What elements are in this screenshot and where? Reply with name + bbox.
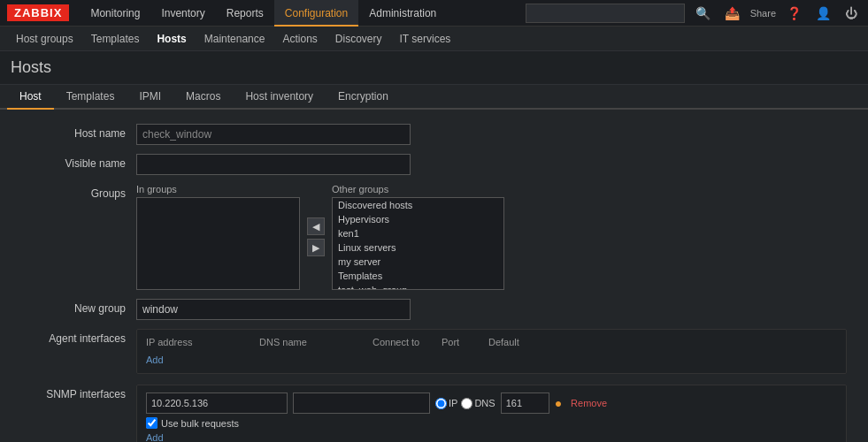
- snmp-bulk-text: Use bulk requests: [161, 418, 239, 429]
- groups-field: In groups ◀ ▶ Other groups Discovered ho…: [136, 184, 847, 290]
- share-icon[interactable]: 📤: [721, 6, 743, 20]
- tab-macros[interactable]: Macros: [173, 85, 233, 110]
- share-label[interactable]: Share: [750, 8, 776, 19]
- snmp-port-input[interactable]: [501, 392, 549, 414]
- nav-it-services[interactable]: IT services: [391, 27, 460, 51]
- page-title-bar: Hosts: [0, 51, 868, 85]
- top-navigation: ZABBIX Monitoring Inventory Reports Conf…: [0, 0, 868, 27]
- list-item[interactable]: Discovered hosts: [333, 198, 503, 212]
- tab-ipmi[interactable]: IPMI: [127, 85, 173, 110]
- in-groups-section: In groups: [136, 184, 300, 290]
- groups-label: Groups: [21, 184, 136, 200]
- nav-actions[interactable]: Actions: [273, 27, 326, 51]
- visible-name-row: Visible name: [21, 154, 847, 175]
- col-ip-header: IP address: [146, 337, 252, 347]
- tab-templates[interactable]: Templates: [54, 85, 127, 110]
- nav-administration[interactable]: Administration: [358, 0, 447, 27]
- list-item[interactable]: Templates: [333, 269, 503, 283]
- top-nav-items: Monitoring Inventory Reports Configurati…: [80, 0, 525, 27]
- snmp-bulk-label[interactable]: Use bulk requests: [146, 417, 239, 429]
- list-item[interactable]: my server: [333, 255, 503, 269]
- nav-hosts[interactable]: Hosts: [148, 27, 195, 51]
- move-left-button[interactable]: ◀: [307, 217, 325, 235]
- list-item[interactable]: test_web_group: [333, 283, 503, 290]
- snmp-iface-row: IP DNS ● Remove: [146, 392, 837, 414]
- snmp-dns-input[interactable]: [293, 392, 430, 414]
- content-area: Host name Visible name Groups In groups …: [0, 110, 868, 442]
- snmp-interfaces-row: SNMP interfaces IP DNS: [21, 385, 847, 442]
- search-input[interactable]: [526, 4, 685, 23]
- snmp-add-link[interactable]: Add: [146, 432, 164, 442]
- visible-name-label: Visible name: [21, 154, 136, 170]
- groups-arrows: ◀ ▶: [307, 217, 325, 256]
- snmp-default-dot[interactable]: ●: [555, 396, 562, 410]
- snmp-interfaces-label: SNMP interfaces: [21, 385, 136, 400]
- nav-maintenance[interactable]: Maintenance: [196, 27, 274, 51]
- snmp-bulk-row: Use bulk requests: [146, 417, 837, 429]
- top-nav-right: 🔍 📤 Share ❓ 👤 ⏻: [526, 4, 861, 23]
- nav-monitoring[interactable]: Monitoring: [80, 0, 150, 27]
- agent-add-link[interactable]: Add: [146, 354, 164, 365]
- in-groups-label: In groups: [136, 184, 300, 194]
- snmp-dns-radio-text: DNS: [474, 398, 495, 408]
- nav-configuration[interactable]: Configuration: [274, 0, 358, 27]
- search-icon[interactable]: 🔍: [692, 6, 714, 20]
- new-group-label: New group: [21, 299, 136, 315]
- col-connect-header: Connect to: [373, 337, 434, 347]
- snmp-ip-radio[interactable]: [435, 398, 447, 409]
- nav-reports[interactable]: Reports: [216, 0, 274, 27]
- nav-inventory[interactable]: Inventory: [150, 0, 215, 27]
- agent-interfaces-label: Agent interfaces: [21, 329, 136, 345]
- nav-templates[interactable]: Templates: [82, 27, 149, 51]
- page-title: Hosts: [11, 58, 857, 77]
- tabs-bar: Host Templates IPMI Macros Host inventor…: [0, 85, 868, 110]
- power-icon[interactable]: ⏻: [841, 6, 861, 20]
- move-right-button[interactable]: ▶: [307, 239, 325, 256]
- col-default-header: Default: [488, 337, 537, 347]
- tab-encryption[interactable]: Encryption: [326, 85, 401, 110]
- nav-discovery[interactable]: Discovery: [326, 27, 391, 51]
- zabbix-logo: ZABBIX: [7, 4, 69, 21]
- list-item[interactable]: Hypervisors: [333, 212, 503, 226]
- agent-interfaces-field: IP address DNS name Connect to Port Defa…: [136, 329, 847, 376]
- other-groups-section: Other groups Discovered hosts Hypervisor…: [332, 184, 504, 290]
- list-item[interactable]: ken1: [333, 226, 503, 240]
- other-groups-list[interactable]: Discovered hosts Hypervisors ken1 Linux …: [332, 197, 504, 290]
- host-name-row: Host name: [21, 124, 847, 145]
- col-port-header: Port: [442, 337, 481, 347]
- groups-row: Groups In groups ◀ ▶ Other groups Discov…: [21, 184, 847, 290]
- snmp-connect-radio: IP DNS: [435, 398, 495, 409]
- tab-host[interactable]: Host: [7, 85, 54, 110]
- visible-name-input[interactable]: [136, 154, 411, 175]
- snmp-ip-radio-text: IP: [449, 398, 457, 408]
- host-name-input[interactable]: [136, 124, 411, 145]
- snmp-dns-radio[interactable]: [461, 398, 472, 409]
- nav-host-groups[interactable]: Host groups: [7, 27, 82, 51]
- new-group-field: [136, 299, 847, 320]
- visible-name-field: [136, 154, 847, 175]
- snmp-remove-button[interactable]: Remove: [567, 398, 611, 408]
- col-dns-header: DNS name: [259, 337, 365, 347]
- list-item[interactable]: Linux servers: [333, 240, 503, 255]
- new-group-input[interactable]: [136, 299, 411, 320]
- groups-container: In groups ◀ ▶ Other groups Discovered ho…: [136, 184, 847, 290]
- user-icon[interactable]: 👤: [812, 6, 834, 20]
- host-name-field: [136, 124, 847, 145]
- second-navigation: Host groups Templates Hosts Maintenance …: [0, 27, 868, 51]
- other-groups-label: Other groups: [332, 184, 504, 194]
- snmp-interfaces-section: IP DNS ● Remove Use bulk requests: [136, 385, 847, 442]
- snmp-interfaces-field: IP DNS ● Remove Use bulk requests: [136, 385, 847, 442]
- snmp-ip-radio-label[interactable]: IP: [435, 398, 457, 409]
- agent-interfaces-header: IP address DNS name Connect to Port Defa…: [146, 337, 837, 347]
- host-name-label: Host name: [21, 124, 136, 140]
- in-groups-list[interactable]: [136, 197, 300, 290]
- help-icon[interactable]: ❓: [783, 6, 805, 20]
- snmp-bulk-checkbox[interactable]: [146, 417, 157, 429]
- snmp-ip-input[interactable]: [146, 392, 288, 414]
- new-group-row: New group: [21, 299, 847, 320]
- tab-host-inventory[interactable]: Host inventory: [233, 85, 326, 110]
- snmp-dns-radio-label[interactable]: DNS: [461, 398, 495, 409]
- agent-interfaces-row: Agent interfaces IP address DNS name Con…: [21, 329, 847, 376]
- agent-interfaces-section: IP address DNS name Connect to Port Defa…: [136, 329, 847, 374]
